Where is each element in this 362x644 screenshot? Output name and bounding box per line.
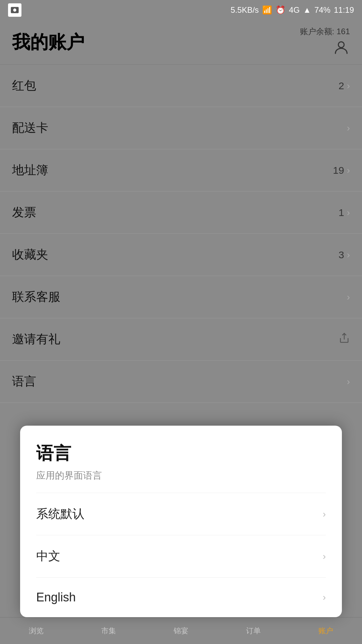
- language-option-english[interactable]: English ›: [36, 577, 326, 617]
- data-icon: 4G: [289, 5, 300, 15]
- menu-item-kefu[interactable]: 联系客服 ›: [0, 276, 362, 318]
- bottom-nav: 浏览 市集 锦宴 订单 账户: [0, 617, 362, 644]
- menu-label-fapiao: 发票: [12, 204, 36, 221]
- menu-item-yuyan[interactable]: 语言 ›: [0, 361, 362, 403]
- chevron-icon-hongbao: ›: [347, 80, 350, 91]
- svg-point-2: [338, 42, 344, 48]
- language-option-chinese[interactable]: 中文 ›: [36, 535, 326, 577]
- nav-item-browse[interactable]: 浏览: [0, 626, 72, 636]
- battery-label: 74%: [314, 5, 330, 15]
- menu-label-yuyan: 语言: [12, 373, 36, 390]
- status-bar: 5.5KB/s 📶 ⏰ 4G ▲ 74% 11:19: [0, 0, 362, 20]
- menu-item-yaoqing[interactable]: 邀请有礼: [0, 318, 362, 361]
- nav-label-market: 市集: [101, 626, 116, 636]
- nav-item-jingyan[interactable]: 锦宴: [145, 626, 217, 636]
- status-left: [8, 3, 21, 17]
- language-option-system[interactable]: 系统默认 ›: [36, 493, 326, 535]
- chevron-icon-yuyan: ›: [347, 376, 350, 387]
- nav-item-account[interactable]: 账户: [290, 626, 362, 636]
- nav-label-account: 账户: [318, 626, 333, 636]
- network-speed: 5.5KB/s: [231, 5, 259, 15]
- nav-label-jingyan: 锦宴: [174, 626, 188, 636]
- language-modal-overlay: 语言 应用的界面语言 系统默认 › 中文 › English ›: [0, 426, 362, 617]
- signal-icon: 📶: [262, 5, 272, 15]
- badge-shoucang: 3: [339, 249, 344, 261]
- header-right: 账户余额: 161: [300, 26, 350, 58]
- photo-icon: [8, 3, 21, 17]
- user-avatar-button[interactable]: [333, 40, 350, 58]
- nav-label-orders: 订单: [246, 626, 261, 636]
- menu-label-dizhibo: 地址簿: [12, 162, 48, 178]
- menu-label-yaoqing: 邀请有礼: [12, 331, 60, 347]
- svg-point-1: [13, 8, 16, 11]
- language-option-system-label: 系统默认: [36, 506, 84, 522]
- language-modal: 语言 应用的界面语言 系统默认 › 中文 › English ›: [20, 426, 342, 617]
- menu-label-hongbao: 红包: [12, 77, 36, 94]
- badge-fapiao: 1: [339, 207, 344, 218]
- chevron-icon-chinese: ›: [323, 551, 326, 562]
- badge-dizhibo: 19: [333, 165, 344, 176]
- menu-list: 红包 2 › 配送卡 › 地址簿 19 › 发票 1 ›: [0, 65, 362, 403]
- menu-item-fapiao[interactable]: 发票 1 ›: [0, 192, 362, 234]
- page-title: 我的账户: [12, 30, 84, 55]
- nav-item-market[interactable]: 市集: [72, 626, 145, 636]
- menu-label-kefu: 联系客服: [12, 289, 60, 305]
- language-option-english-label: English: [36, 590, 76, 604]
- chevron-icon-dizhibo: ›: [347, 165, 350, 176]
- nav-item-orders[interactable]: 订单: [217, 626, 290, 636]
- menu-item-hongbao[interactable]: 红包 2 ›: [0, 65, 362, 107]
- time-label: 11:19: [334, 5, 354, 15]
- badge-hongbao: 2: [339, 80, 344, 92]
- chevron-icon-peisongka: ›: [347, 123, 350, 133]
- balance-value: 161: [337, 27, 350, 36]
- menu-label-shoucang: 收藏夹: [12, 247, 48, 263]
- signal2-icon: ▲: [303, 5, 311, 15]
- menu-label-peisongka: 配送卡: [12, 120, 48, 136]
- chevron-icon-shoucang: ›: [347, 250, 350, 260]
- page-header: 我的账户 账户余额: 161: [0, 20, 362, 65]
- balance-label: 账户余额:: [300, 27, 335, 36]
- balance-display: 账户余额: 161: [300, 26, 350, 37]
- menu-item-dizhibo[interactable]: 地址簿 19 ›: [0, 149, 362, 192]
- modal-subtitle: 应用的界面语言: [36, 469, 326, 482]
- language-option-chinese-label: 中文: [36, 548, 60, 565]
- modal-title: 语言: [36, 442, 326, 465]
- chevron-icon-english: ›: [323, 592, 326, 603]
- nav-label-browse: 浏览: [29, 626, 44, 636]
- menu-item-peisongka[interactable]: 配送卡 ›: [0, 107, 362, 149]
- chevron-icon-kefu: ›: [347, 292, 350, 303]
- menu-item-shoucang[interactable]: 收藏夹 3 ›: [0, 234, 362, 276]
- chevron-icon-fapiao: ›: [347, 207, 350, 218]
- alarm-icon: ⏰: [276, 5, 286, 15]
- status-right: 5.5KB/s 📶 ⏰ 4G ▲ 74% 11:19: [231, 5, 354, 15]
- share-icon-yaoqing: [339, 332, 350, 346]
- chevron-icon-system: ›: [323, 509, 326, 520]
